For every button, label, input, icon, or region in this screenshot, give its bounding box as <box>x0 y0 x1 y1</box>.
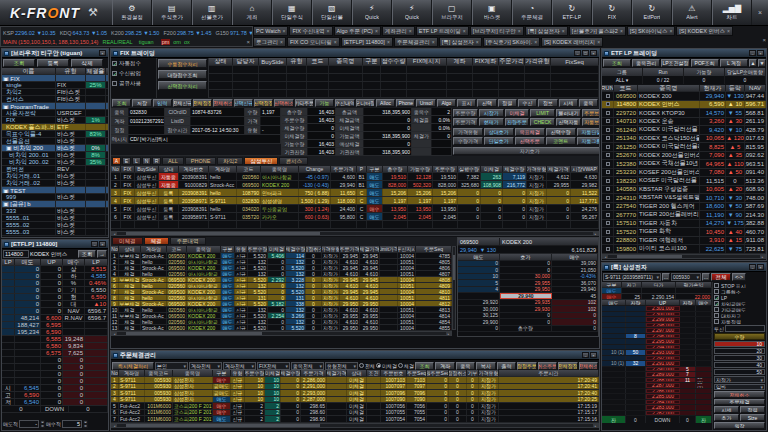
정렬-button[interactable]: 정렬 <box>498 99 517 107</box>
window-tab[interactable]: 계좌관리× <box>382 26 415 36</box>
etf-row[interactable]: 267770TIGER 200선물레버리지11,190▼ 9011,214.30 <box>602 211 766 220</box>
종목관리-button[interactable]: 종목관리 <box>632 59 660 67</box>
form-field-계좌[interactable]: 0102123672911 <box>129 117 165 125</box>
fix-trading-titlebar[interactable]: FIX 트레이딩 –□× <box>111 49 599 58</box>
close-icon[interactable]: × <box>534 39 537 45</box>
strategy-row[interactable]: 5555..01바스켓 <box>2 215 108 222</box>
buy-depth-row[interactable]: 00 <box>2 364 108 371</box>
form-field-ClOrdID[interactable]: 10874-83726 <box>191 108 245 116</box>
Unsol-button[interactable]: Unsol <box>416 99 435 107</box>
table-row[interactable]: 6FIX삼성투신등록203958971S-9711035720카카오600 ( … <box>111 213 599 221</box>
strategy-row[interactable]: 목표수익률-4바스켓83% <box>2 131 108 138</box>
strategy-tab-ALL[interactable]: ALL <box>162 157 184 165</box>
form-field-종목[interactable]: 032830 <box>129 108 165 116</box>
column-header[interactable]: 시장VWAP <box>571 166 599 172</box>
close-icon[interactable]: × <box>757 50 764 56</box>
code-browse-button[interactable]: ... <box>702 273 710 281</box>
horizontal-scrollbar[interactable]: ◂▸ <box>111 231 599 236</box>
column-header[interactable]: 실행수량 <box>458 166 481 172</box>
close-icon[interactable]: × <box>669 28 672 34</box>
form-field-정정[interactable] <box>129 126 165 134</box>
code-select[interactable]: 005930▾ <box>671 273 701 281</box>
close-icon[interactable]: × <box>327 28 330 34</box>
column-header[interactable]: 계좌명 <box>209 166 237 172</box>
Alloc-button[interactable]: Alloc <box>376 99 395 107</box>
주문수량-button[interactable]: 주문수량 <box>453 109 478 117</box>
close-icon[interactable]: × <box>620 28 623 34</box>
등록-button[interactable]: 등록 <box>37 59 69 67</box>
minimize-icon[interactable]: – <box>749 264 756 270</box>
form-field-ListID[interactable] <box>191 117 245 125</box>
checkbox-기타공매도[interactable]: 기타공매도 <box>714 307 765 312</box>
column-header[interactable]: 주문수량 <box>248 246 268 252</box>
sell-depth-row[interactable]: 195,2346,590 <box>2 329 108 336</box>
sell-depth-row[interactable]: 00%0.46% <box>2 280 108 287</box>
select-지정가[interactable]: 지정가▾ <box>714 376 765 383</box>
column-header[interactable]: 코드 <box>307 58 329 65</box>
close-icon[interactable]: × <box>334 39 337 45</box>
strategy-row[interactable]: 5555..02바스켓 <box>2 222 108 229</box>
strategy-group-row[interactable]: ▣ TEST <box>2 187 108 194</box>
LP조건설정-button[interactable]: LP조건설정 <box>661 59 689 67</box>
run-checkbox[interactable] <box>602 211 614 219</box>
column-header[interactable]: 주문수량 <box>245 370 265 376</box>
column-header[interactable]: 가격유형 <box>527 166 547 172</box>
column-header[interactable]: No <box>111 166 121 172</box>
추가-button[interactable]: 추가 <box>714 414 739 421</box>
select-일반[interactable]: 일반▾ <box>714 384 765 391</box>
sell-depth-row[interactable]: 188,4276,595 <box>2 322 108 329</box>
buy-tick-input[interactable]: 5 <box>62 420 82 428</box>
column-header[interactable]: 상태 <box>159 166 179 172</box>
column-header[interactable]: 가격유형 <box>322 246 340 252</box>
column-header[interactable]: 계좌번호 <box>179 166 209 172</box>
column-header[interactable]: 코드 <box>614 85 638 91</box>
fill-tab-체결[interactable]: 체결 <box>144 237 169 245</box>
자동단일-button[interactable]: 자동단일 <box>577 128 600 136</box>
column-header[interactable]: 매도 <box>15 259 41 265</box>
quote-depth-row[interactable]: 0총수량0 <box>458 326 598 333</box>
column-header[interactable]: 상태 <box>347 370 367 376</box>
column-header[interactable]: 코드 <box>237 166 261 172</box>
table-row[interactable]: 1FIX삼성투신자동중203908391hello020560아시아나항공-45… <box>111 173 599 181</box>
close-icon[interactable]: × <box>409 28 412 34</box>
toolbar-item-환경설정[interactable]: ⚙환경설정 <box>112 0 152 25</box>
column-header[interactable]: 체결가격 <box>360 246 380 252</box>
상대호가-button[interactable]: 상대호가 <box>484 128 514 136</box>
sell-depth-row[interactable]: 00대▲10 <box>2 301 108 308</box>
buy-depth-row[interactable]: 6,5809,834 <box>2 343 108 350</box>
immediate-fill-button[interactable]: 즉시체결처리 <box>112 362 154 370</box>
window-tab[interactable]: [S] KODEX 인버스× <box>676 26 732 36</box>
column-header[interactable]: 체결수량 <box>503 166 527 172</box>
column-header[interactable]: 코드 <box>167 246 187 252</box>
strategy-row[interactable]: FIX바스켓1% <box>2 117 108 124</box>
etf-row[interactable]: 227540TIGER 200 헬스케어18,600▼ 5018,587.69 <box>602 203 766 212</box>
toolbar-item-ETF-LP[interactable]: ↻ETF-LP <box>552 0 592 25</box>
column-header[interactable]: 가능수량 <box>408 166 433 172</box>
sell-depth-row[interactable]: 00NAV6596.7 <box>2 308 108 315</box>
column-header[interactable]: 가격유형 <box>525 58 551 65</box>
close-icon[interactable]: × <box>99 50 106 56</box>
출력-button[interactable]: 출력 <box>497 362 516 370</box>
account-browse-button[interactable]: ... <box>662 273 670 281</box>
불러내기-button[interactable]: 불러내기 <box>556 109 581 117</box>
toolbar-item-Alert[interactable]: ⚠Alert <box>672 0 712 25</box>
run-checkbox[interactable] <box>602 109 614 117</box>
시세-button[interactable]: 시세 <box>559 99 578 107</box>
close-icon[interactable]: × <box>432 39 435 45</box>
수신내역-button[interactable]: 수신내역 <box>335 99 354 107</box>
복사-button[interactable]: 복사 <box>476 362 495 370</box>
quantity-preset-30[interactable]: 30 <box>714 355 765 361</box>
POF조회-button[interactable]: POF조회 <box>691 59 719 67</box>
strategy-row[interactable]: 차익2FI바스켓 <box>2 89 108 96</box>
minimize-icon[interactable]: – <box>574 50 581 56</box>
strategy-row[interactable]: 비차익 200..01바스켓8% <box>2 152 108 159</box>
buy-depth-row[interactable]: 시6,54500 <box>2 385 108 392</box>
etf-row[interactable]: 234310KBSTAR V&S셀렉트밸류10,710▼ 3010,748.00 <box>602 194 766 203</box>
strategy-browser-titlebar[interactable]: [브라우저] 티구안 (tiguan) × <box>2 49 108 58</box>
window-tab[interactable]: [특] 삼성전자× <box>525 26 568 36</box>
reorder-button[interactable]: ▼ <box>758 59 766 67</box>
column-header[interactable]: NAV <box>745 85 766 91</box>
column-header[interactable]: 상태 <box>209 58 233 65</box>
LIMIT-button[interactable]: LIMIT <box>530 109 555 117</box>
column-header[interactable]: 구분 <box>363 58 381 65</box>
